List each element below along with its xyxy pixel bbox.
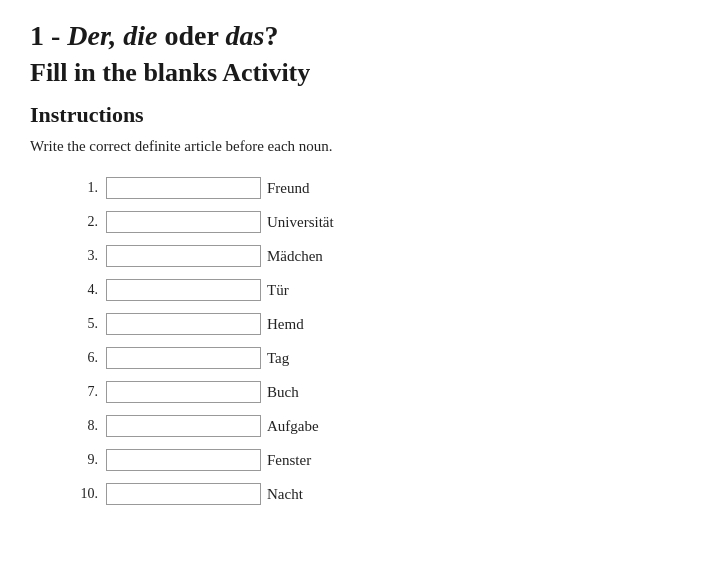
item-number: 6. <box>70 350 98 366</box>
answer-input-10[interactable] <box>106 483 261 505</box>
title-suffix: ? <box>264 20 278 51</box>
item-noun: Mädchen <box>267 248 323 265</box>
list-item: 7.Buch <box>70 381 671 403</box>
instructions-body: Write the correct definite article befor… <box>30 138 671 155</box>
title-middle: oder <box>158 20 226 51</box>
item-number: 9. <box>70 452 98 468</box>
answer-input-8[interactable] <box>106 415 261 437</box>
item-noun: Buch <box>267 384 299 401</box>
item-noun: Tag <box>267 350 289 367</box>
list-item: 10.Nacht <box>70 483 671 505</box>
instructions-heading: Instructions <box>30 102 671 128</box>
answer-input-3[interactable] <box>106 245 261 267</box>
title-italic2: das <box>225 20 264 51</box>
item-number: 7. <box>70 384 98 400</box>
item-number: 1. <box>70 180 98 196</box>
list-item: 8.Aufgabe <box>70 415 671 437</box>
item-number: 3. <box>70 248 98 264</box>
list-item: 4.Tür <box>70 279 671 301</box>
item-noun: Hemd <box>267 316 304 333</box>
answer-input-6[interactable] <box>106 347 261 369</box>
title-italic1: Der, die <box>67 20 157 51</box>
list-item: 5.Hemd <box>70 313 671 335</box>
answer-input-5[interactable] <box>106 313 261 335</box>
item-number: 5. <box>70 316 98 332</box>
items-list: 1.Freund2.Universität3.Mädchen4.Tür5.Hem… <box>30 177 671 505</box>
page-title-line1: 1 - Der, die oder das? <box>30 20 671 52</box>
list-item: 1.Freund <box>70 177 671 199</box>
list-item: 9.Fenster <box>70 449 671 471</box>
item-noun: Aufgabe <box>267 418 319 435</box>
item-number: 8. <box>70 418 98 434</box>
list-item: 6.Tag <box>70 347 671 369</box>
title-prefix: 1 - <box>30 20 67 51</box>
list-item: 2.Universität <box>70 211 671 233</box>
answer-input-2[interactable] <box>106 211 261 233</box>
answer-input-4[interactable] <box>106 279 261 301</box>
answer-input-9[interactable] <box>106 449 261 471</box>
page-title-line2: Fill in the blanks Activity <box>30 58 671 88</box>
item-noun: Nacht <box>267 486 303 503</box>
item-number: 4. <box>70 282 98 298</box>
item-noun: Universität <box>267 214 334 231</box>
item-noun: Freund <box>267 180 310 197</box>
answer-input-7[interactable] <box>106 381 261 403</box>
item-noun: Tür <box>267 282 289 299</box>
item-number: 10. <box>70 486 98 502</box>
answer-input-1[interactable] <box>106 177 261 199</box>
item-number: 2. <box>70 214 98 230</box>
item-noun: Fenster <box>267 452 311 469</box>
list-item: 3.Mädchen <box>70 245 671 267</box>
